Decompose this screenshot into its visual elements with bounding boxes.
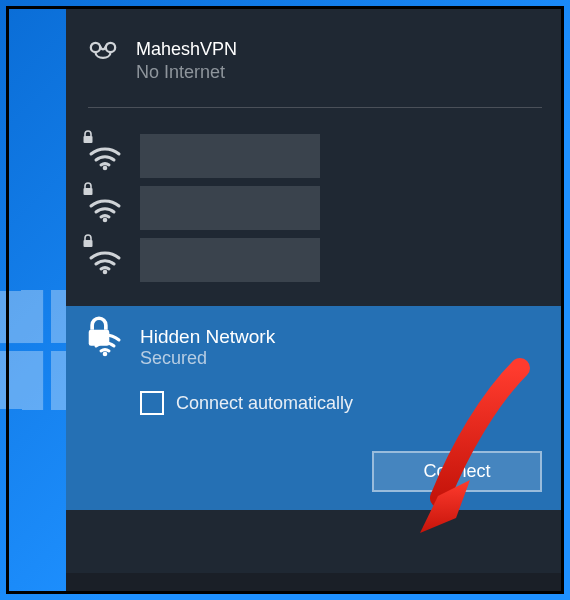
network-flyout-panel: MaheshVPN No Internet xyxy=(66,9,564,591)
wifi-secured-icon xyxy=(88,326,122,358)
wifi-ssid-redacted xyxy=(140,186,320,230)
svg-rect-6 xyxy=(84,240,93,247)
connect-automatically-checkbox[interactable]: Connect automatically xyxy=(140,391,542,415)
lock-icon xyxy=(82,182,94,196)
checkbox-unchecked-icon xyxy=(140,391,164,415)
svg-rect-8 xyxy=(89,330,110,346)
vpn-row: MaheshVPN No Internet xyxy=(66,9,564,103)
lock-icon xyxy=(82,130,94,144)
svg-point-7 xyxy=(103,270,108,275)
selected-network-name: Hidden Network xyxy=(140,326,275,348)
vpn-status: No Internet xyxy=(136,62,237,83)
wifi-list xyxy=(66,108,564,296)
selected-network-header[interactable]: Hidden Network Secured xyxy=(88,326,542,369)
svg-rect-2 xyxy=(84,136,93,143)
svg-point-9 xyxy=(103,352,108,357)
selected-network-status: Secured xyxy=(140,348,275,369)
wifi-ssid-redacted xyxy=(140,238,320,282)
checkbox-label: Connect automatically xyxy=(176,393,353,414)
wifi-secured-icon xyxy=(88,192,122,224)
svg-point-0 xyxy=(91,43,100,52)
selected-network-panel: Hidden Network Secured Connect automatic… xyxy=(66,306,564,510)
lock-icon xyxy=(82,316,94,330)
wifi-item[interactable] xyxy=(88,130,542,182)
vpn-icon xyxy=(88,39,118,69)
vpn-name: MaheshVPN xyxy=(136,39,237,60)
wifi-secured-icon xyxy=(88,244,122,276)
wifi-ssid-redacted xyxy=(140,134,320,178)
lock-icon xyxy=(82,234,94,248)
wifi-item[interactable] xyxy=(88,234,542,286)
svg-rect-4 xyxy=(84,188,93,195)
connect-button[interactable]: Connect xyxy=(372,451,542,492)
svg-point-1 xyxy=(106,43,115,52)
panel-bottom-strip xyxy=(66,573,564,591)
wifi-item[interactable] xyxy=(88,182,542,234)
svg-point-3 xyxy=(103,166,108,171)
wifi-secured-icon xyxy=(88,140,122,172)
svg-point-5 xyxy=(103,218,108,223)
